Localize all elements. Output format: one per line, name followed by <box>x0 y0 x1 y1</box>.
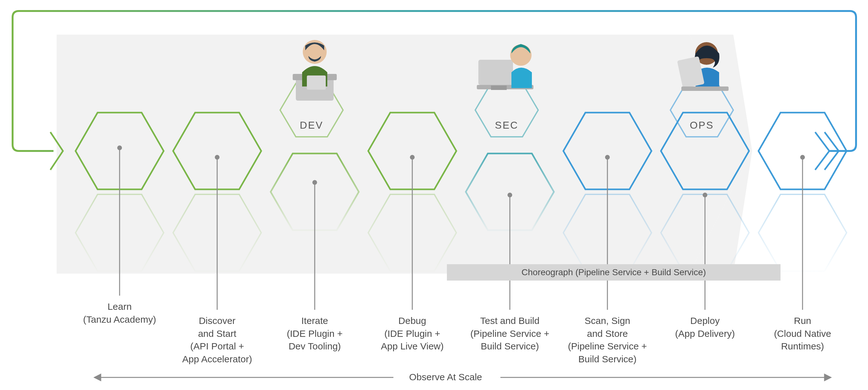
step-learn-title: Learn <box>82 300 157 313</box>
choreograph-bar: Choreograph (Pipeline Service + Build Se… <box>447 264 780 281</box>
svg-marker-36 <box>825 374 831 381</box>
step-run-l2: (Cloud Native <box>765 327 840 340</box>
step-scan-title: Scan, Sign <box>560 315 655 327</box>
step-learn: Learn (Tanzu Academy) <box>82 300 157 326</box>
step-deploy-l2: (App Delivery) <box>664 327 746 340</box>
svg-rect-41 <box>478 60 513 85</box>
step-scan-l2: and Store <box>560 327 655 340</box>
step-deploy: Deploy (App Delivery) <box>664 315 746 340</box>
step-discover-l3: (API Portal + <box>175 340 260 353</box>
step-debug-title: Debug <box>371 315 453 327</box>
step-iterate-l2: (IDE Plugin + <box>277 327 352 340</box>
step-learn-desc: (Tanzu Academy) <box>82 313 157 326</box>
observe-at-scale-label: Observe At Scale <box>409 372 482 383</box>
step-test-l2: (Pipeline Service + <box>463 327 557 340</box>
step-iterate-l3: Dev Tooling) <box>277 340 352 353</box>
role-sec-label: SEC <box>475 120 538 131</box>
step-discover-l2: and Start <box>175 327 260 340</box>
step-run-title: Run <box>765 315 840 327</box>
step-discover-l4: App Accelerator) <box>175 353 260 366</box>
step-debug-l3: App Live View) <box>371 340 453 353</box>
step-debug-l2: (IDE Plugin + <box>371 327 453 340</box>
step-scan-l3: (Pipeline Service + <box>560 340 655 353</box>
step-run: Run (Cloud Native Runtimes) <box>765 315 840 353</box>
step-scan-l4: Build Service) <box>560 353 655 366</box>
svg-marker-35 <box>94 374 101 381</box>
step-iterate-title: Iterate <box>277 315 352 327</box>
step-iterate: Iterate (IDE Plugin + Dev Tooling) <box>277 315 352 353</box>
loop-exit-chevron-1 <box>815 132 829 170</box>
step-test-l3: Build Service) <box>463 340 557 353</box>
step-debug: Debug (IDE Plugin + App Live View) <box>371 315 453 353</box>
svg-rect-40 <box>307 75 326 90</box>
svg-point-44 <box>510 44 532 66</box>
step-deploy-title: Deploy <box>664 315 746 327</box>
step-discover: Discover and Start (API Portal + App Acc… <box>175 315 260 365</box>
svg-rect-43 <box>491 86 507 90</box>
role-ops-label: OPS <box>670 120 733 131</box>
role-dev-label: DEV <box>280 120 343 131</box>
devsecops-pipeline-diagram: DEV SEC OPS Choreograph (Pipeline Servic… <box>0 0 868 390</box>
step-discover-title: Discover <box>175 315 260 327</box>
svg-rect-47 <box>681 87 728 91</box>
step-run-l3: Runtimes) <box>765 340 840 353</box>
step-test-title: Test and Build <box>463 315 557 327</box>
step-test-build: Test and Build (Pipeline Service + Build… <box>463 315 557 353</box>
step-scan: Scan, Sign and Store (Pipeline Service +… <box>560 315 655 365</box>
